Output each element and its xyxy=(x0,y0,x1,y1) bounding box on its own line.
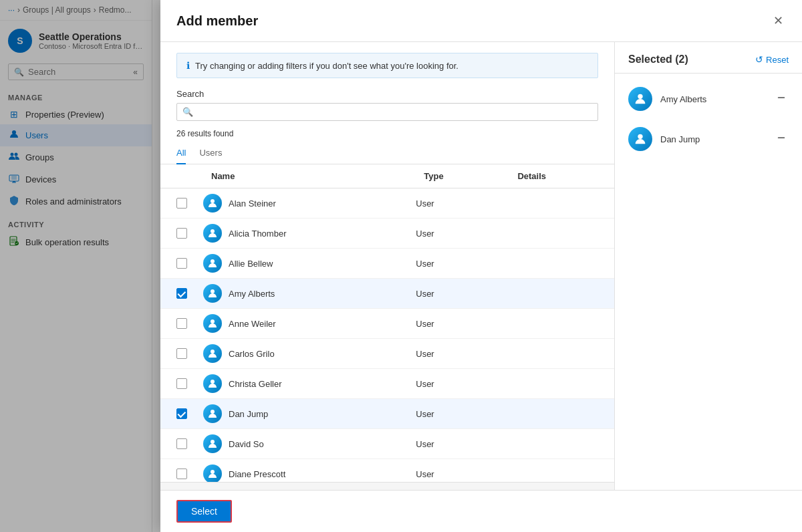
table-row[interactable]: Alan Steiner User xyxy=(160,188,614,219)
modal-footer: Select xyxy=(160,490,802,532)
selected-user-name: Amy Alberts xyxy=(660,94,766,104)
row-details-cell xyxy=(501,219,614,249)
user-avatar xyxy=(203,404,222,423)
user-name: Carlos Grilo xyxy=(229,349,275,359)
selected-users-list: Amy Alberts Dan Jump xyxy=(615,74,802,490)
user-avatar xyxy=(203,314,222,333)
table-row[interactable]: Anne Weiler User xyxy=(160,309,614,339)
row-type-cell: User xyxy=(408,459,501,483)
selected-user-item: Dan Jump xyxy=(615,119,802,159)
row-checkbox[interactable] xyxy=(176,288,187,299)
row-name-cell: Amy Alberts xyxy=(195,279,408,309)
select-button[interactable]: Select xyxy=(176,500,232,523)
row-checkbox[interactable] xyxy=(176,378,187,389)
row-checkbox-cell[interactable] xyxy=(160,339,195,369)
selected-title: Selected (2) xyxy=(628,53,688,65)
info-icon: ℹ xyxy=(186,60,190,71)
row-details-cell xyxy=(501,399,614,429)
user-avatar xyxy=(203,374,222,393)
user-avatar xyxy=(203,284,222,303)
modal-header: Add member ✕ xyxy=(160,0,802,42)
row-checkbox[interactable] xyxy=(176,348,187,359)
user-cell: David So xyxy=(203,434,400,453)
table-row[interactable]: Diane Prescott User xyxy=(160,459,614,483)
modal: Add member ✕ ℹ Try changing or adding fi… xyxy=(160,0,802,532)
user-name: Alicia Thomber xyxy=(229,229,286,239)
reset-button[interactable]: ↺ Reset xyxy=(755,53,789,66)
members-table: Name Type Details Alan Steiner User xyxy=(160,164,614,482)
row-details-cell xyxy=(501,309,614,339)
table-row[interactable]: David So User xyxy=(160,429,614,459)
search-input-wrap[interactable]: 🔍 xyxy=(176,103,598,121)
row-checkbox-cell[interactable] xyxy=(160,188,195,219)
user-name: Amy Alberts xyxy=(229,289,275,299)
row-checkbox[interactable] xyxy=(176,258,187,269)
table-row[interactable]: Alicia Thomber User xyxy=(160,219,614,249)
user-avatar xyxy=(203,434,222,453)
row-details-cell xyxy=(501,339,614,369)
row-name-cell: Allie Bellew xyxy=(195,249,408,279)
reset-label: Reset xyxy=(766,55,789,65)
row-details-cell xyxy=(501,369,614,399)
row-name-cell: David So xyxy=(195,429,408,459)
info-banner: ℹ Try changing or adding filters if you … xyxy=(176,53,598,78)
row-checkbox[interactable] xyxy=(176,438,187,449)
row-checkbox[interactable] xyxy=(176,198,187,209)
svg-point-17 xyxy=(211,440,215,444)
row-checkbox-cell[interactable] xyxy=(160,309,195,339)
row-checkbox-cell[interactable] xyxy=(160,369,195,399)
row-checkbox[interactable] xyxy=(176,318,187,329)
row-checkbox-cell[interactable] xyxy=(160,429,195,459)
col-type: Type xyxy=(408,164,501,188)
user-cell: Allie Bellew xyxy=(203,254,400,273)
col-checkbox xyxy=(160,164,195,188)
user-cell: Christa Geller xyxy=(203,374,400,393)
svg-point-11 xyxy=(211,259,215,263)
tab-users[interactable]: Users xyxy=(199,142,222,164)
row-checkbox-cell[interactable] xyxy=(160,459,195,483)
row-type-cell: User xyxy=(408,219,501,249)
row-checkbox-cell[interactable] xyxy=(160,279,195,309)
tabs: All Users xyxy=(160,142,614,164)
svg-point-13 xyxy=(211,319,215,323)
user-avatar xyxy=(203,224,222,243)
horizontal-scrollbar[interactable] xyxy=(160,482,614,490)
row-name-cell: Alan Steiner xyxy=(195,188,408,219)
svg-point-20 xyxy=(638,94,642,99)
search-section: Search 🔍 xyxy=(160,84,614,126)
remove-selected-button[interactable] xyxy=(774,92,789,106)
table-container[interactable]: Name Type Details Alan Steiner User xyxy=(160,164,614,482)
table-row[interactable]: Dan Jump User xyxy=(160,399,614,429)
modal-close-button[interactable]: ✕ xyxy=(771,11,786,31)
row-checkbox[interactable] xyxy=(176,228,187,239)
modal-overlay: Add member ✕ ℹ Try changing or adding fi… xyxy=(152,0,802,532)
user-name: Diane Prescott xyxy=(229,469,285,479)
selected-user-avatar xyxy=(628,87,652,111)
row-checkbox-cell[interactable] xyxy=(160,219,195,249)
user-name: David So xyxy=(229,439,264,449)
row-details-cell xyxy=(501,459,614,483)
table-row[interactable]: Allie Bellew User xyxy=(160,249,614,279)
tab-all[interactable]: All xyxy=(176,142,186,164)
row-checkbox-cell[interactable] xyxy=(160,399,195,429)
table-row[interactable]: Amy Alberts User xyxy=(160,279,614,309)
remove-selected-button[interactable] xyxy=(774,132,789,146)
svg-point-22 xyxy=(638,134,642,139)
row-type-cell: User xyxy=(408,249,501,279)
left-panel: ℹ Try changing or adding filters if you … xyxy=(160,42,615,490)
main-content: Add member ✕ ℹ Try changing or adding fi… xyxy=(152,0,802,532)
row-details-cell xyxy=(501,279,614,309)
user-cell: Alan Steiner xyxy=(203,194,400,213)
svg-point-12 xyxy=(211,289,215,293)
table-row[interactable]: Christa Geller User xyxy=(160,369,614,399)
member-search-input[interactable] xyxy=(197,107,592,117)
table-row[interactable]: Carlos Grilo User xyxy=(160,339,614,369)
user-name: Alan Steiner xyxy=(229,198,276,209)
user-cell: Alicia Thomber xyxy=(203,224,400,243)
row-checkbox-cell[interactable] xyxy=(160,249,195,279)
selected-user-avatar xyxy=(628,127,652,151)
row-checkbox[interactable] xyxy=(176,469,187,479)
modal-body: ℹ Try changing or adding filters if you … xyxy=(160,42,802,490)
col-details: Details xyxy=(501,164,614,188)
row-checkbox[interactable] xyxy=(176,408,187,419)
